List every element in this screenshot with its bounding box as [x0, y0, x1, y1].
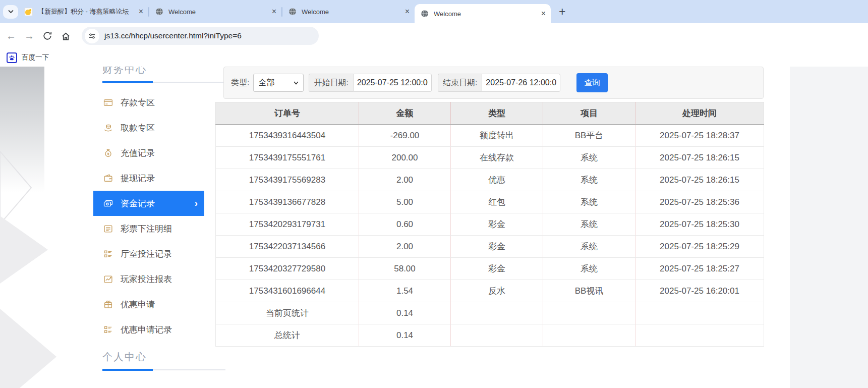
tab-welcome-2[interactable]: Welcome × — [282, 0, 415, 23]
table-row: 175342032772958058.00彩金系统2025-07-25 18:2… — [216, 258, 764, 280]
table-row: 17534391755692832.00优惠系统2025-07-25 18:26… — [216, 169, 764, 191]
close-icon[interactable]: × — [272, 7, 276, 16]
end-date-input[interactable] — [482, 74, 560, 92]
withdraw-hand-icon — [103, 123, 113, 133]
sidebar-item-deposit[interactable]: 存款专区 — [93, 90, 204, 115]
tab-title: Welcome — [302, 8, 401, 16]
site-settings-icon[interactable] — [85, 29, 99, 43]
deposit-card-icon — [103, 98, 113, 107]
tab-strip: 【新提醒】积分 - 海燕策略论坛 × Welcome × Welcome × W… — [0, 0, 868, 23]
tab-welcome-1[interactable]: Welcome × — [149, 0, 281, 23]
tab-title: 【新提醒】积分 - 海燕策略论坛 — [38, 7, 135, 16]
close-icon[interactable]: × — [541, 9, 546, 18]
bookmarks-bar: 百度一下 — [0, 48, 868, 67]
forward-button[interactable]: → — [20, 27, 38, 45]
back-button[interactable]: ← — [2, 27, 20, 45]
chevron-right-icon: › — [195, 198, 198, 209]
sidebar-item-promo-record[interactable]: 优惠申请记录 — [93, 317, 204, 342]
table-row: 17534316016966441.54反水BB视讯2025-07-25 16:… — [216, 280, 764, 302]
sidebar-item-withdraw[interactable]: 取款专区 — [93, 115, 204, 140]
reload-button[interactable] — [38, 27, 56, 45]
chevron-down-icon — [294, 81, 299, 85]
end-date-group: 结束日期: — [438, 74, 560, 92]
table-header-row: 订单号 金额 类型 项目 处理时间 — [216, 102, 764, 125]
address-bar[interactable]: js13.cc/hhcp/usercenter.html?iniType=6 — [82, 27, 319, 45]
web-page: 财务中心 存款专区 取款专区 充值记录 — [0, 67, 868, 388]
start-date-group: 开始日期: — [309, 74, 431, 92]
recharge-bag-icon — [103, 148, 113, 158]
sidebar: 财务中心 存款专区 取款专区 充值记录 — [93, 67, 225, 371]
close-icon[interactable]: × — [405, 7, 410, 16]
browser-toolbar: ← → js13.cc/hhcp/usercenter.html?iniType… — [0, 23, 868, 48]
page-background-decor — [0, 67, 101, 388]
filter-bar: 类型: 全部 开始日期: 结束日期: 查询 — [223, 67, 764, 99]
column-header: 金额 — [359, 102, 451, 125]
table-row: 1753439175551761200.00在线存款系统2025-07-25 1… — [216, 147, 764, 169]
home-button[interactable] — [56, 27, 75, 45]
table-row: 17534391366778285.00红包系统2025-07-25 18:25… — [216, 191, 764, 213]
player-report-icon — [103, 274, 113, 284]
promo-apply-icon — [103, 300, 113, 309]
promo-record-icon — [103, 325, 113, 335]
tab-welcome-active[interactable]: Welcome × — [415, 4, 551, 23]
sidebar-item-recharge-record[interactable]: 充值记录 — [93, 140, 204, 165]
hall-bet-record-icon — [103, 249, 113, 259]
sidebar-item-funds-record[interactable]: 资金记录 › — [93, 191, 204, 216]
table-row: 17534220371345662.00彩金系统2025-07-25 18:25… — [216, 236, 764, 258]
globe-favicon — [155, 8, 163, 16]
table-summary-row-page: 当前页统计0.14 — [216, 302, 764, 324]
column-header: 类型 — [451, 102, 543, 125]
close-icon[interactable]: × — [139, 7, 143, 16]
search-button[interactable]: 查询 — [576, 73, 608, 92]
withdraw-wallet-icon — [103, 174, 113, 183]
sidebar-menu: 存款专区 取款专区 充值记录 提现记录 — [93, 90, 225, 342]
main-content: 类型: 全部 开始日期: 结束日期: 查询 订单号 金 — [215, 67, 764, 347]
funds-banknotes-icon — [103, 199, 113, 208]
section-underline — [102, 369, 225, 371]
section-underline — [102, 81, 225, 83]
column-header: 订单号 — [216, 102, 359, 125]
start-date-input[interactable] — [353, 74, 432, 92]
tab-title: Welcome — [168, 8, 268, 16]
sidebar-item-lottery-detail[interactable]: 彩票下注明细 — [93, 216, 204, 241]
lottery-detail-icon — [103, 224, 113, 234]
column-header: 处理时间 — [635, 102, 764, 125]
start-date-label: 开始日期: — [309, 74, 353, 92]
funds-record-table: 订单号 金额 类型 项目 处理时间 1753439316443504-269.0… — [215, 102, 764, 347]
page-right-gutter — [790, 67, 868, 388]
sidebar-item-player-report[interactable]: 玩家投注报表 — [93, 266, 204, 292]
type-label: 类型: — [231, 78, 249, 88]
url-text[interactable]: js13.cc/hhcp/usercenter.html?iniType=6 — [104, 31, 242, 40]
type-select[interactable]: 全部 — [253, 74, 304, 92]
table-row: 1753439316443504-269.00额度转出BB平台2025-07-2… — [216, 125, 764, 147]
sidebar-item-withdraw-record[interactable]: 提现记录 — [93, 165, 204, 191]
section-title-personal: 个人中心 — [102, 349, 225, 364]
tab-search-button[interactable] — [3, 5, 18, 19]
column-header: 项目 — [543, 102, 635, 125]
globe-favicon — [421, 10, 429, 18]
tab-title: Welcome — [434, 10, 537, 18]
sidebar-item-hall-bet-record[interactable]: 厅室投注记录 — [93, 241, 204, 266]
image-favicon — [24, 8, 33, 16]
bookmark-label[interactable]: 百度一下 — [22, 53, 49, 62]
tab-forum[interactable]: 【新提醒】积分 - 海燕策略论坛 × — [18, 0, 148, 23]
end-date-label: 结束日期: — [438, 74, 482, 92]
section-title-finance: 财务中心 — [102, 67, 225, 77]
new-tab-button[interactable]: + — [559, 6, 565, 18]
chevron-down-icon — [8, 10, 14, 14]
table-row: 17534202931797310.60彩金系统2025-07-25 18:25… — [216, 213, 764, 236]
sidebar-item-promo-apply[interactable]: 优惠申请 — [93, 292, 204, 317]
baidu-paw-icon — [7, 52, 17, 63]
globe-favicon — [288, 8, 297, 16]
table-summary-row-total: 总统计0.14 — [216, 324, 764, 347]
